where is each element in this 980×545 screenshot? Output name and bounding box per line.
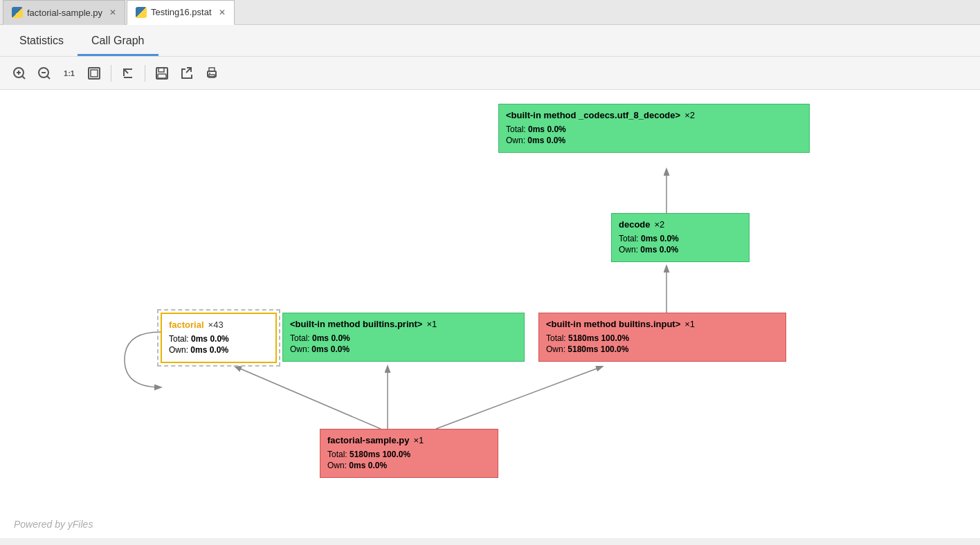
export-button[interactable] — [176, 62, 198, 84]
zoom-reset-label: 1:1 — [64, 69, 75, 77]
decode-total: Total: 0ms 0.0% — [619, 234, 742, 243]
svg-line-3 — [22, 76, 25, 79]
decode-node-title: decode ×2 — [619, 219, 742, 230]
toolbar: 1:1 — [0, 57, 980, 90]
tab-call-graph[interactable]: Call Graph — [78, 25, 158, 56]
svg-line-20 — [235, 367, 381, 429]
factorial-node[interactable]: factorial ×43 Total: 0ms 0.0% Own: 0ms 0… — [161, 313, 277, 363]
tab-testing-close[interactable]: ✕ — [219, 8, 226, 17]
main-total: Total: 5180ms 100.0% — [327, 450, 491, 459]
factorial-total: Total: 0ms 0.0% — [169, 334, 269, 344]
codecs-node-title: <built-in method _codecs.utf_8_decode> ×… — [506, 110, 802, 120]
watermark: Powered by yFiles — [14, 519, 93, 530]
fit-button[interactable] — [83, 62, 105, 84]
factorial-node-title: factorial ×43 — [169, 320, 269, 330]
tab-bar: factorial-sample.py ✕ Testing16.pstat ✕ — [0, 0, 980, 25]
svg-rect-8 — [91, 70, 98, 77]
zoom-reset-button[interactable]: 1:1 — [58, 62, 80, 84]
print-icon — [205, 66, 219, 80]
fit-icon — [87, 66, 101, 80]
save-icon — [155, 66, 169, 80]
input-total: Total: 5180ms 100.0% — [546, 333, 779, 343]
zoom-out-button[interactable] — [33, 62, 55, 84]
input-own: Own: 5180ms 100.0% — [546, 344, 779, 354]
toolbar-separator-1 — [111, 65, 111, 82]
main-node-title: factorial-sample.py ×1 — [327, 435, 491, 445]
codecs-total: Total: 0ms 0.0% — [506, 124, 802, 134]
codecs-node[interactable]: <built-in method _codecs.utf_8_decode> ×… — [498, 104, 810, 153]
zoom-out-icon — [37, 66, 51, 80]
print-node[interactable]: <built-in method builtins.print> ×1 Tota… — [282, 313, 525, 362]
svg-line-6 — [47, 76, 50, 79]
export-icon — [180, 66, 194, 80]
tab-factorial-close[interactable]: ✕ — [109, 8, 116, 17]
main-own: Own: 0ms 0.0% — [327, 461, 491, 470]
print-own: Own: 0ms 0.0% — [290, 344, 517, 354]
tab-statistics[interactable]: Statistics — [6, 25, 78, 56]
zoom-in-icon — [12, 66, 26, 80]
tab-testing[interactable]: Testing16.pstat ✕ — [127, 0, 234, 25]
python-icon — [12, 7, 23, 18]
input-node-title: <built-in method builtins.input> ×1 — [546, 319, 779, 329]
tab-factorial[interactable]: factorial-sample.py ✕ — [3, 0, 125, 25]
main-tabs: Statistics Call Graph — [0, 25, 980, 57]
codecs-own: Own: 0ms 0.0% — [506, 136, 802, 145]
share-icon — [121, 66, 135, 80]
graph-canvas[interactable]: <built-in method _codecs.utf_8_decode> ×… — [0, 90, 980, 538]
main-node[interactable]: factorial-sample.py ×1 Total: 5180ms 100… — [320, 429, 498, 478]
print-node-title: <built-in method builtins.print> ×1 — [290, 319, 517, 329]
svg-rect-13 — [158, 74, 166, 78]
svg-point-17 — [209, 73, 210, 74]
decode-node[interactable]: decode ×2 Total: 0ms 0.0% Own: 0ms 0.0% — [611, 213, 750, 262]
print-total: Total: 0ms 0.0% — [290, 333, 517, 343]
factorial-own: Own: 0ms 0.0% — [169, 345, 269, 355]
tab-testing-label: Testing16.pstat — [151, 7, 211, 17]
decode-own: Own: 0ms 0.0% — [619, 245, 742, 255]
zoom-in-button[interactable] — [8, 62, 30, 84]
print-button[interactable] — [201, 62, 223, 84]
toolbar-separator-2 — [145, 65, 145, 82]
python-icon-2 — [136, 7, 147, 18]
svg-line-22 — [436, 367, 602, 429]
input-node[interactable]: <built-in method builtins.input> ×1 Tota… — [538, 313, 786, 362]
tab-factorial-label: factorial-sample.py — [27, 8, 102, 18]
save-button[interactable] — [151, 62, 173, 84]
svg-line-14 — [186, 68, 191, 73]
share-button[interactable] — [117, 62, 139, 84]
